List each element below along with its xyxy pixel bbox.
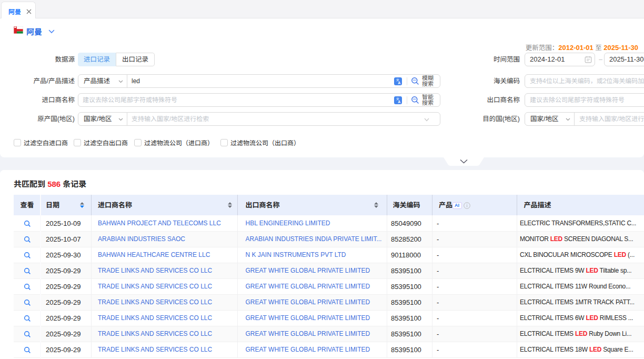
svg-text:A: A xyxy=(398,81,400,84)
svg-text:A: A xyxy=(398,99,400,103)
